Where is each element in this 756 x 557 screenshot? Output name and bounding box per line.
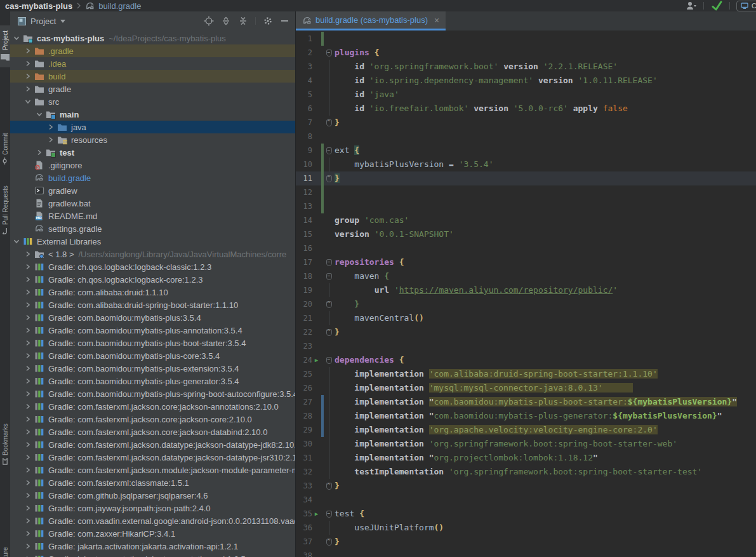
tree-row-gradle-com.baomidou-mybatis-plus-spring-boot-autoconfigure-3.5.4[interactable]: Gradle: com.baomidou:mybatis-plus-spring… bbox=[10, 387, 295, 400]
code-line-2[interactable]: 2−plugins { bbox=[296, 46, 756, 60]
run-gutter-icon[interactable]: ▶ bbox=[312, 353, 321, 367]
code-line-29[interactable]: 29 implementation 'org.apache.velocity:v… bbox=[296, 423, 756, 437]
chevron-right-icon[interactable] bbox=[36, 149, 43, 156]
code-line-24[interactable]: 24▶−dependencies { bbox=[296, 353, 756, 367]
breadcrumb-file[interactable]: build.gradle bbox=[98, 1, 141, 11]
chevron-down-icon[interactable] bbox=[13, 34, 20, 42]
chevron-right-icon[interactable] bbox=[47, 123, 55, 131]
tree-row-cas-mybatis-plus[interactable]: cas-mybatis-plus~/IdeaProjects/cas-mybat… bbox=[10, 32, 295, 44]
tree-row-gradle-com.alibaba-druid-spring-boot-starter-1.1.10[interactable]: Gradle: com.alibaba:druid-spring-boot-st… bbox=[10, 299, 295, 311]
tree-row-gradle-com.jayway.jsonpath-json-path-2.4.0[interactable]: Gradle: com.jayway.jsonpath:json-path:2.… bbox=[10, 502, 295, 514]
tree-row-external-libraries[interactable]: External Libraries bbox=[10, 235, 295, 248]
tree-row-gradle-com.fasterxml-classmate-1.5.1[interactable]: Gradle: com.fasterxml:classmate:1.5.1 bbox=[10, 476, 295, 489]
tree-row-gradle-com.baomidou-mybatis-plus-generator-3.5.4[interactable]: Gradle: com.baomidou:mybatis-plus-genera… bbox=[10, 375, 295, 387]
tree-row-gradle-com.baomidou-mybatis-plus-boot-starter-3.5.4[interactable]: Gradle: com.baomidou:mybatis-plus-boot-s… bbox=[10, 337, 295, 349]
code-line-37[interactable]: 37^} bbox=[296, 535, 756, 549]
tree-row-resources[interactable]: resources bbox=[10, 133, 295, 146]
user-account-icon[interactable] bbox=[686, 1, 697, 11]
code-line-28[interactable]: 28 implementation "com.baomidou:mybatis-… bbox=[296, 409, 756, 423]
project-panel-title[interactable]: Project bbox=[30, 17, 56, 26]
fold-open-icon[interactable]: − bbox=[324, 144, 333, 158]
fold-open-icon[interactable]: − bbox=[324, 507, 333, 521]
chevron-right-icon[interactable] bbox=[24, 492, 32, 499]
chevron-right-icon[interactable] bbox=[24, 314, 32, 321]
fold-open-icon[interactable]: − bbox=[324, 46, 333, 60]
tree-row-gradle-com.zaxxer-hikaricp-3.4.1[interactable]: Gradle: com.zaxxer:HikariCP:3.4.1 bbox=[10, 527, 295, 540]
fold-close-icon[interactable]: ^ bbox=[324, 325, 333, 339]
code-line-26[interactable]: 26 implementation 'mysql:mysql-connector… bbox=[296, 381, 756, 395]
fold-open-icon[interactable]: − bbox=[324, 255, 333, 269]
tab-build-gradle[interactable]: build.gradle (cas-mybatis-plus) × bbox=[296, 11, 446, 30]
chevron-right-icon[interactable] bbox=[24, 60, 32, 67]
tree-row-readme.md[interactable]: MDREADME.md bbox=[10, 210, 295, 222]
chevron-right-icon[interactable] bbox=[24, 365, 32, 372]
tree-row-.gitignore[interactable]: .gitignore bbox=[10, 159, 295, 171]
tree-row-gradle-ch.qos.logback-logback-classic-1.2.3[interactable]: Gradle: ch.qos.logback:logback-classic:1… bbox=[10, 260, 295, 273]
tree-row-gradle-jakarta.annotation-jakarta.annotation-api-1.3.5[interactable]: Gradle: jakarta.annotation:jakarta.annot… bbox=[10, 553, 295, 557]
code-line-5[interactable]: 5 id 'java' bbox=[296, 88, 756, 102]
code-line-14[interactable]: 14group 'com.cas' bbox=[296, 213, 756, 227]
stripe-button-pull-requests[interactable]: Pull Requests bbox=[0, 171, 10, 249]
code-line-7[interactable]: 7^} bbox=[296, 116, 756, 130]
chevron-right-icon[interactable] bbox=[24, 415, 32, 423]
code-line-35[interactable]: 35▶−test { bbox=[296, 507, 756, 521]
chevron-right-icon[interactable] bbox=[47, 136, 55, 144]
code-line-22[interactable]: 22^} bbox=[296, 325, 756, 339]
tree-row-main[interactable]: main bbox=[10, 108, 295, 121]
chevron-right-icon[interactable] bbox=[24, 441, 32, 448]
chevron-right-icon[interactable] bbox=[24, 542, 32, 550]
code-line-19[interactable]: 19 url 'https://maven.aliyun.com/reposit… bbox=[296, 283, 756, 297]
code-line-32[interactable]: 32 testImplementation 'org.springframewo… bbox=[296, 465, 756, 479]
tree-row-gradle-com.alibaba-druid-1.1.10[interactable]: Gradle: com.alibaba:druid:1.1.10 bbox=[10, 286, 295, 299]
check-icon[interactable] bbox=[710, 0, 723, 11]
chevron-down-icon[interactable] bbox=[13, 238, 20, 245]
code-with-me-button[interactable]: Co bbox=[736, 1, 756, 11]
code-line-31[interactable]: 31 implementation "org.projectlombok:lom… bbox=[296, 451, 756, 465]
code-line-6[interactable]: 6 id 'io.freefair.lombok' version '5.0.0… bbox=[296, 102, 756, 116]
run-gutter-icon[interactable]: ▶ bbox=[312, 507, 321, 521]
fold-close-icon[interactable]: ^ bbox=[324, 479, 333, 493]
code-line-27[interactable]: 27 implementation "com.baomidou:mybatis-… bbox=[296, 395, 756, 409]
tree-row-src[interactable]: src bbox=[10, 95, 295, 108]
chevron-right-icon[interactable] bbox=[24, 263, 32, 271]
tree-row-.idea[interactable]: .idea bbox=[10, 57, 295, 70]
code-line-13[interactable]: 13 bbox=[296, 199, 756, 213]
fold-close-icon[interactable]: ^ bbox=[324, 535, 333, 549]
tree-row--1.8-[interactable]: < 1.8 >/Users/xianglong/Library/Java/Jav… bbox=[10, 248, 295, 260]
tree-row-.gradle[interactable]: .gradle bbox=[10, 44, 295, 57]
code-editor[interactable]: 12−plugins {3 id 'org.springframework.bo… bbox=[296, 30, 756, 557]
code-line-12[interactable]: 12 bbox=[296, 185, 756, 199]
code-line-17[interactable]: 17−repositories { bbox=[296, 255, 756, 269]
chevron-right-icon[interactable] bbox=[24, 377, 32, 385]
code-line-4[interactable]: 4 id 'io.spring.dependency-management' v… bbox=[296, 74, 756, 88]
chevron-down-icon[interactable] bbox=[24, 98, 32, 105]
breadcrumb-project[interactable]: cas-mybatis-plus bbox=[5, 1, 72, 11]
code-line-25[interactable]: 25 implementation 'com.alibaba:druid-spr… bbox=[296, 367, 756, 381]
code-line-10[interactable]: 10 mybatisPlusVersion = '3.5.4' bbox=[296, 158, 756, 171]
tree-row-gradlew[interactable]: gradlew bbox=[10, 184, 295, 197]
tree-row-test[interactable]: test bbox=[10, 146, 295, 159]
fold-close-icon[interactable]: ^ bbox=[324, 116, 333, 130]
collapse-all-icon[interactable] bbox=[238, 16, 248, 26]
chevron-right-icon[interactable] bbox=[24, 479, 32, 487]
chevron-right-icon[interactable] bbox=[24, 47, 32, 55]
chevron-right-icon[interactable] bbox=[24, 288, 32, 296]
close-icon[interactable]: × bbox=[434, 16, 439, 25]
code-line-23[interactable]: 23 bbox=[296, 339, 756, 353]
locate-file-icon[interactable] bbox=[204, 16, 214, 26]
tree-row-gradle-com.fasterxml.jackson.core-jackson-annotations-2.10.0[interactable]: Gradle: com.fasterxml.jackson.core:jacks… bbox=[10, 400, 295, 413]
tree-row-gradle-com.fasterxml.jackson.core-jackson-core-2.10.0[interactable]: Gradle: com.fasterxml.jackson.core:jacks… bbox=[10, 413, 295, 426]
stripe-button-structure[interactable]: Structure bbox=[0, 539, 10, 557]
code-line-21[interactable]: 21 mavenCentral() bbox=[296, 311, 756, 325]
code-line-16[interactable]: 16 bbox=[296, 241, 756, 255]
tree-row-java[interactable]: java bbox=[10, 121, 295, 133]
chevron-right-icon[interactable] bbox=[24, 403, 32, 410]
code-line-8[interactable]: 8 bbox=[296, 130, 756, 144]
stripe-button-bookmarks[interactable]: Bookmarks bbox=[0, 415, 10, 473]
chevron-right-icon[interactable] bbox=[24, 352, 32, 359]
chevron-right-icon[interactable] bbox=[24, 326, 32, 334]
chevron-right-icon[interactable] bbox=[24, 466, 32, 474]
tree-row-gradlew.bat[interactable]: gradlew.bat bbox=[10, 197, 295, 210]
code-line-20[interactable]: 20^ } bbox=[296, 297, 756, 311]
fold-open-icon[interactable]: − bbox=[324, 269, 333, 283]
